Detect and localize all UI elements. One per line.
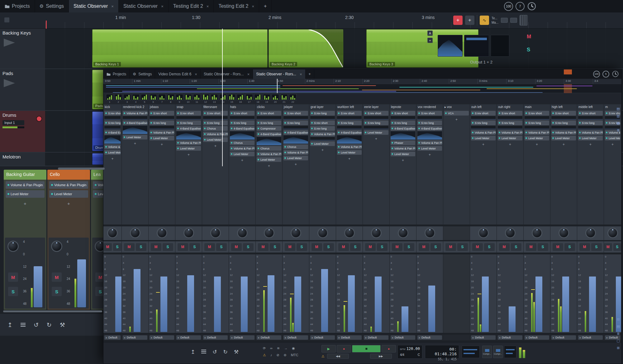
solo-button[interactable]: S (430, 243, 441, 251)
plugin-chip[interactable]: S:rev long (578, 121, 603, 125)
time-display[interactable]: 00: 01:48.216 55, 1, 415 (425, 345, 459, 359)
mute-button[interactable]: M (499, 243, 510, 251)
pan-knob[interactable] (317, 228, 328, 238)
projects-tab[interactable]: Projects (0, 0, 35, 12)
volume-fader[interactable] (348, 275, 355, 332)
edit-tab[interactable]: Static Observer - Rors...× (253, 69, 305, 79)
plugin-chip[interactable]: S:rev long (176, 121, 201, 125)
tempo-display[interactable]: BPM120.00 4/4C (397, 345, 422, 359)
plugin-chip[interactable]: Level Meter (525, 136, 549, 140)
plugin-chip[interactable]: 4-Band Equaliser (283, 130, 308, 135)
add-plugin-button[interactable]: + (256, 164, 282, 168)
edit-tab[interactable]: Testing Edit 2× (169, 0, 214, 12)
mute-button[interactable]: M (124, 243, 135, 251)
track-thumbnail[interactable]: 16 (237, 94, 244, 104)
preset-button[interactable]: ▸Default (337, 335, 362, 340)
track-thumbnail[interactable]: 1 (106, 94, 113, 104)
plugin-chip[interactable]: Level Meter (364, 130, 388, 135)
mute-button[interactable]: M (553, 243, 563, 251)
marker-lane-label[interactable]: Ma... (492, 21, 498, 24)
plugin-chip[interactable]: Volume & Pan Plugin (203, 132, 228, 136)
channel-name[interactable]: filtersnare (202, 104, 229, 110)
add-plugin-button[interactable]: + (309, 148, 336, 152)
edit-tab[interactable]: Video Demos Edit 6× (155, 69, 200, 79)
clock-icon[interactable] (612, 70, 619, 78)
new-tab-button[interactable]: + (306, 69, 314, 79)
sync-icon[interactable]: ⟳ (263, 346, 266, 350)
plugin-chip[interactable]: Level Meter (417, 146, 442, 151)
plugin-chip[interactable]: S:rev short (230, 111, 254, 116)
preset-button[interactable]: ▸Default (498, 335, 522, 340)
pan-knob[interactable] (210, 228, 221, 238)
track-thumbnail[interactable]: 7 (158, 94, 166, 104)
preset-button[interactable]: ▸Default (551, 335, 576, 340)
mute-button[interactable]: M (52, 272, 62, 282)
pan-knob[interactable] (264, 228, 274, 238)
volume-fader[interactable] (77, 259, 86, 307)
mute-button[interactable]: M (604, 243, 612, 251)
plugin-chip[interactable]: Chorus (257, 146, 281, 151)
plugin-chip[interactable]: S:rev long (364, 121, 388, 125)
mute-button[interactable]: M (103, 243, 112, 251)
plugin-chip[interactable]: Volume & Pan Plugin (578, 130, 603, 135)
solo-button[interactable]: S (511, 243, 521, 251)
pan-knob[interactable] (585, 228, 596, 238)
track-thumbnail[interactable]: 18 (254, 94, 262, 104)
plugin-chip[interactable]: S:rev long (551, 121, 576, 125)
rail-icon-2[interactable]: ▥ (617, 114, 620, 118)
pan-knob[interactable] (607, 228, 618, 238)
mixer-channel-name[interactable]: Cello (47, 170, 90, 180)
plugin-chip[interactable]: S:rev short (551, 111, 576, 116)
redo-icon[interactable]: ↻ (223, 349, 228, 355)
plugin-chip[interactable]: S:rev long (310, 111, 335, 116)
disk-badge[interactable]: 5 (602, 71, 609, 78)
new-tab-button[interactable]: + (259, 0, 272, 12)
solo-button[interactable]: S (527, 47, 531, 53)
plugin-chip[interactable]: Level Meter (203, 137, 228, 142)
preset-button[interactable]: ▸Default (203, 335, 228, 340)
plugin-chip[interactable]: S:rev long (257, 121, 281, 125)
volume-fader[interactable] (241, 277, 248, 332)
volume-fader[interactable] (187, 275, 194, 332)
pan-knob[interactable] (7, 241, 19, 252)
add-plugin-button[interactable]: + (103, 157, 121, 161)
plugin-chip[interactable]: S:rev short (417, 111, 442, 116)
arrangement-overview[interactable] (103, 84, 621, 93)
preset-button[interactable]: ▸Default (176, 335, 201, 340)
edit-tab[interactable]: Testing Edit 2× (214, 0, 259, 12)
add-plugin-button[interactable]: + (149, 142, 175, 147)
solo-button[interactable]: S (243, 243, 254, 251)
channel-name[interactable]: lepnote (390, 104, 416, 110)
output-level-thumbnail[interactable] (464, 35, 489, 57)
solo-button[interactable]: S (216, 243, 227, 251)
plugin-chip[interactable]: S:rev short (471, 111, 496, 116)
plugin-chip[interactable]: 4-Band Equaliser (123, 121, 147, 125)
track-header[interactable]: Melotron (0, 153, 45, 166)
preset-button[interactable]: ▸Default (230, 335, 254, 340)
plugin-chip[interactable]: Volume & Pan Plugin (6, 181, 45, 189)
cpu-badge[interactable]: 100 (593, 71, 600, 78)
add-plugin-button[interactable]: + (175, 153, 202, 157)
output-waveform-thumbnail[interactable] (438, 35, 463, 57)
plugin-chip[interactable]: S:rev short (283, 111, 308, 116)
plugin-chip[interactable]: 4-Band Equaliser (176, 126, 201, 131)
plugin-chip[interactable]: S:rev long (525, 121, 549, 125)
monitor-icon[interactable] (501, 18, 508, 23)
pan-knob[interactable] (51, 241, 62, 252)
pan-knob[interactable] (371, 228, 382, 238)
tempo-lane-label[interactable]: Te... (492, 17, 498, 20)
plugin-chip[interactable]: S:rev long (150, 121, 174, 125)
plugin-chip[interactable]: Level Meter (230, 152, 254, 156)
volume-fader[interactable] (160, 277, 167, 332)
add-plugin-button[interactable]: + (443, 117, 470, 122)
mixer-channel-name[interactable]: Backing Guitar (4, 170, 46, 180)
preset-button[interactable]: ▸Default (471, 335, 496, 340)
channel-name[interactable]: eerie layer (363, 104, 390, 110)
rail-icon-3[interactable]: ▦ (617, 121, 620, 125)
track-header[interactable]: DrumsInput 1 (0, 111, 45, 152)
timeline-ruler[interactable]: 1 min1:302 mins2:303 mins + + ∿ Te... Ma… (0, 12, 623, 29)
preset-button[interactable]: ▸Default (417, 335, 442, 340)
plugin-chip[interactable]: Level Meter (49, 190, 88, 198)
track-header[interactable]: Pads (0, 69, 45, 110)
plugin-chip[interactable]: Level Meter (471, 136, 496, 140)
